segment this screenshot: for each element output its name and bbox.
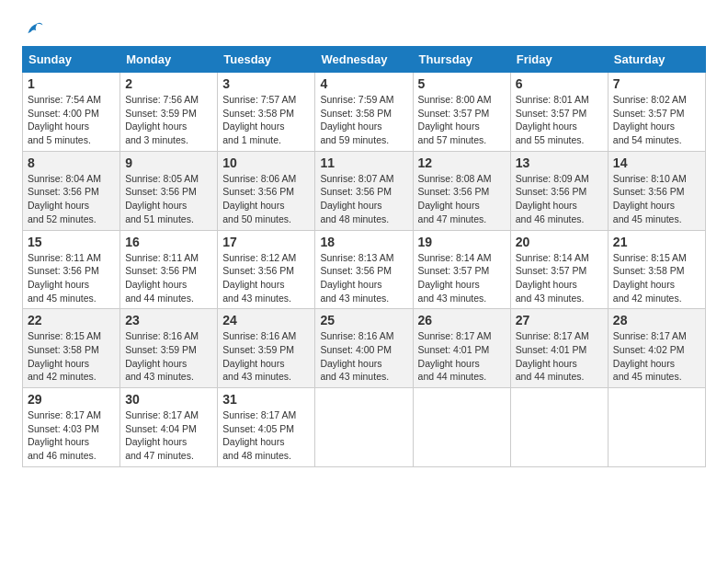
day-number: 19 [418, 235, 506, 249]
day-number: 21 [613, 235, 700, 249]
day-number: 23 [125, 313, 212, 327]
day-info: Sunrise: 8:17 AMSunset: 4:05 PMDaylight … [222, 409, 296, 461]
day-info: Sunrise: 8:05 AMSunset: 3:56 PMDaylight … [125, 173, 199, 224]
calendar-cell: 31Sunrise: 8:17 AMSunset: 4:05 PMDayligh… [218, 388, 315, 467]
calendar-cell: 15Sunrise: 8:11 AMSunset: 3:56 PMDayligh… [23, 230, 120, 309]
calendar-body: 1Sunrise: 7:54 AMSunset: 4:00 PMDaylight… [23, 73, 706, 467]
calendar-header: SundayMondayTuesdayWednesdayThursdayFrid… [23, 47, 706, 73]
day-number: 11 [320, 155, 407, 170]
day-number: 14 [613, 155, 700, 170]
calendar-cell: 29Sunrise: 8:17 AMSunset: 4:03 PMDayligh… [23, 388, 120, 467]
calendar-cell: 21Sunrise: 8:15 AMSunset: 3:58 PMDayligh… [608, 230, 705, 309]
calendar-cell [413, 388, 510, 467]
day-number: 22 [28, 313, 115, 327]
calendar-cell: 25Sunrise: 8:16 AMSunset: 4:00 PMDayligh… [315, 309, 413, 388]
day-info: Sunrise: 8:06 AMSunset: 3:56 PMDaylight … [222, 173, 296, 224]
day-number: 29 [28, 392, 115, 407]
day-number: 9 [125, 155, 212, 170]
day-number: 27 [516, 313, 603, 327]
calendar-cell [608, 388, 705, 467]
day-info: Sunrise: 8:09 AMSunset: 3:56 PMDaylight … [516, 173, 589, 224]
day-info: Sunrise: 8:16 AMSunset: 4:00 PMDaylight … [320, 330, 393, 382]
calendar-cell: 8Sunrise: 8:04 AMSunset: 3:56 PMDaylight… [23, 151, 120, 230]
day-info: Sunrise: 8:17 AMSunset: 4:01 PMDaylight … [418, 330, 492, 382]
calendar-cell: 3Sunrise: 7:57 AMSunset: 3:58 PMDaylight… [218, 73, 315, 152]
day-info: Sunrise: 8:17 AMSunset: 4:01 PMDaylight … [516, 330, 589, 382]
day-info: Sunrise: 8:17 AMSunset: 4:02 PMDaylight … [613, 330, 687, 382]
day-number: 12 [418, 155, 506, 170]
day-info: Sunrise: 7:57 AMSunset: 3:58 PMDaylight … [222, 94, 296, 145]
calendar-cell: 16Sunrise: 8:11 AMSunset: 3:56 PMDayligh… [120, 230, 218, 309]
day-number: 13 [516, 155, 603, 170]
day-info: Sunrise: 8:01 AMSunset: 3:57 PMDaylight … [516, 94, 589, 145]
header-day-saturday: Saturday [608, 47, 705, 73]
day-number: 26 [418, 313, 506, 327]
day-info: Sunrise: 7:54 AMSunset: 4:00 PMDaylight … [28, 94, 101, 145]
week-row-4: 22Sunrise: 8:15 AMSunset: 3:58 PMDayligh… [23, 309, 706, 388]
day-info: Sunrise: 8:04 AMSunset: 3:56 PMDaylight … [28, 173, 101, 224]
day-number: 8 [28, 155, 115, 170]
calendar-cell: 9Sunrise: 8:05 AMSunset: 3:56 PMDaylight… [120, 151, 218, 230]
calendar-cell: 24Sunrise: 8:16 AMSunset: 3:59 PMDayligh… [218, 309, 315, 388]
day-info: Sunrise: 8:17 AMSunset: 4:04 PMDaylight … [125, 409, 199, 461]
day-info: Sunrise: 7:56 AMSunset: 3:59 PMDaylight … [125, 94, 199, 145]
day-number: 16 [125, 235, 212, 249]
day-number: 6 [516, 76, 603, 91]
calendar-cell: 18Sunrise: 8:13 AMSunset: 3:56 PMDayligh… [315, 230, 413, 309]
header-day-thursday: Thursday [413, 47, 510, 73]
day-number: 1 [28, 76, 115, 91]
calendar-table: SundayMondayTuesdayWednesdayThursdayFrid… [22, 46, 706, 467]
calendar-cell: 19Sunrise: 8:14 AMSunset: 3:57 PMDayligh… [413, 230, 510, 309]
calendar-cell: 30Sunrise: 8:17 AMSunset: 4:04 PMDayligh… [120, 388, 218, 467]
calendar-cell: 23Sunrise: 8:16 AMSunset: 3:59 PMDayligh… [120, 309, 218, 388]
header [22, 18, 706, 39]
day-number: 2 [125, 76, 212, 91]
day-number: 4 [320, 76, 407, 91]
calendar-cell: 11Sunrise: 8:07 AMSunset: 3:56 PMDayligh… [315, 151, 413, 230]
header-row: SundayMondayTuesdayWednesdayThursdayFrid… [23, 47, 706, 73]
day-info: Sunrise: 7:59 AMSunset: 3:58 PMDaylight … [320, 94, 393, 145]
header-day-wednesday: Wednesday [315, 47, 413, 73]
day-info: Sunrise: 8:12 AMSunset: 3:56 PMDaylight … [222, 252, 296, 304]
calendar-cell: 20Sunrise: 8:14 AMSunset: 3:57 PMDayligh… [510, 230, 608, 309]
week-row-5: 29Sunrise: 8:17 AMSunset: 4:03 PMDayligh… [23, 388, 706, 467]
day-info: Sunrise: 8:02 AMSunset: 3:57 PMDaylight … [613, 94, 687, 145]
header-day-friday: Friday [510, 47, 608, 73]
day-number: 25 [320, 313, 407, 327]
day-number: 15 [28, 235, 115, 249]
calendar-cell: 2Sunrise: 7:56 AMSunset: 3:59 PMDaylight… [120, 73, 218, 152]
calendar-cell: 28Sunrise: 8:17 AMSunset: 4:02 PMDayligh… [608, 309, 705, 388]
week-row-3: 15Sunrise: 8:11 AMSunset: 3:56 PMDayligh… [23, 230, 706, 309]
day-number: 17 [222, 235, 310, 249]
header-day-tuesday: Tuesday [218, 47, 315, 73]
logo [22, 18, 44, 39]
day-info: Sunrise: 8:14 AMSunset: 3:57 PMDaylight … [418, 252, 492, 304]
day-info: Sunrise: 8:08 AMSunset: 3:56 PMDaylight … [418, 173, 492, 224]
calendar-cell: 12Sunrise: 8:08 AMSunset: 3:56 PMDayligh… [413, 151, 510, 230]
day-number: 5 [418, 76, 506, 91]
calendar-cell [510, 388, 608, 467]
logo-bird-icon [24, 18, 44, 39]
calendar-cell: 22Sunrise: 8:15 AMSunset: 3:58 PMDayligh… [23, 309, 120, 388]
day-number: 18 [320, 235, 407, 249]
day-info: Sunrise: 8:00 AMSunset: 3:57 PMDaylight … [418, 94, 492, 145]
day-info: Sunrise: 8:17 AMSunset: 4:03 PMDaylight … [28, 409, 101, 461]
day-info: Sunrise: 8:16 AMSunset: 3:59 PMDaylight … [222, 330, 296, 382]
calendar-cell: 14Sunrise: 8:10 AMSunset: 3:56 PMDayligh… [608, 151, 705, 230]
calendar-cell: 26Sunrise: 8:17 AMSunset: 4:01 PMDayligh… [413, 309, 510, 388]
header-day-sunday: Sunday [23, 47, 120, 73]
calendar-cell [315, 388, 413, 467]
calendar-cell: 27Sunrise: 8:17 AMSunset: 4:01 PMDayligh… [510, 309, 608, 388]
day-info: Sunrise: 8:10 AMSunset: 3:56 PMDaylight … [613, 173, 687, 224]
day-info: Sunrise: 8:16 AMSunset: 3:59 PMDaylight … [125, 330, 199, 382]
calendar-cell: 13Sunrise: 8:09 AMSunset: 3:56 PMDayligh… [510, 151, 608, 230]
header-day-monday: Monday [120, 47, 218, 73]
calendar-cell: 4Sunrise: 7:59 AMSunset: 3:58 PMDaylight… [315, 73, 413, 152]
day-number: 30 [125, 392, 212, 407]
calendar-cell: 7Sunrise: 8:02 AMSunset: 3:57 PMDaylight… [608, 73, 705, 152]
day-number: 31 [222, 392, 310, 407]
day-info: Sunrise: 8:15 AMSunset: 3:58 PMDaylight … [613, 252, 687, 304]
week-row-2: 8Sunrise: 8:04 AMSunset: 3:56 PMDaylight… [23, 151, 706, 230]
day-number: 28 [613, 313, 700, 327]
calendar-cell: 5Sunrise: 8:00 AMSunset: 3:57 PMDaylight… [413, 73, 510, 152]
